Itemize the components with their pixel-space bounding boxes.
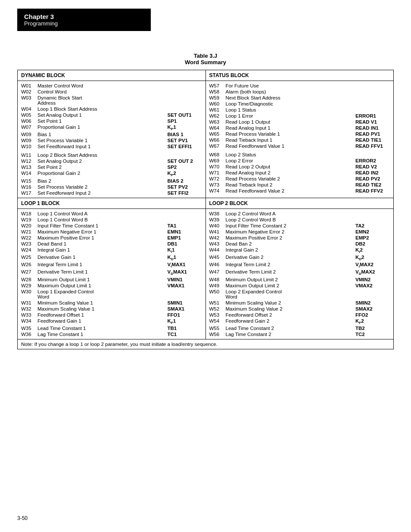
list-item: W52 Maximum Scaling Value 2 SMAX2 bbox=[209, 306, 390, 312]
list-item: W28 Minimum Output Limit 1 VMIN1 bbox=[21, 277, 202, 283]
chapter-subtitle: Programming bbox=[24, 20, 144, 27]
list-item: W71 Read Analog Input 2 READ IN2 bbox=[209, 170, 390, 176]
list-item: W58 Alarm (both loops) bbox=[209, 89, 390, 95]
list-item: W53 Feedforward Offset 2 FFO2 bbox=[209, 312, 390, 318]
list-item: W06 Set Point 1 SP1 bbox=[21, 118, 202, 124]
list-item: W07 Proportional Gain 1 KP1 bbox=[21, 124, 202, 131]
list-item: W40 Input Filter Time Constant 2 TA2 bbox=[209, 223, 390, 229]
list-item: W30 Loop 1 Expanded ControlWord bbox=[21, 289, 202, 300]
list-item: W19 Loop 1 Control Word B bbox=[21, 217, 202, 223]
list-item: W09 Set Process Variable 1 SET PV1 bbox=[21, 137, 202, 143]
list-item: W34 Feedforward Gain 1 KF1 bbox=[21, 318, 202, 325]
list-item: W03 Dynamic Block StartAddress bbox=[21, 95, 202, 106]
list-item: W55 Lead Time Constant 2 TB2 bbox=[209, 325, 390, 331]
list-item: W22 Maximum Positive Error 1 EMP1 bbox=[21, 235, 202, 241]
word-summary-table: DYNAMIC BLOCK STATUS BLOCK W01 Master Co… bbox=[17, 70, 394, 349]
list-item: W36 Lag Time Constant 1 TC1 bbox=[21, 331, 202, 337]
list-item: W60 Loop Time/Diagnostic bbox=[209, 101, 390, 107]
list-item: W66 Read Tieback Input 1 READ TIE1 bbox=[209, 137, 390, 143]
table-title-line1: Table 3.J bbox=[17, 53, 394, 59]
list-item: W01 Master Control Word bbox=[21, 83, 202, 89]
list-item: W68 Loop 2 Status bbox=[209, 152, 390, 158]
list-item: W24 Integral Gain 1 KI1 bbox=[21, 247, 202, 254]
page-number: 3-50 bbox=[17, 515, 28, 521]
list-item: W48 Minimum Output Limit 2 VMIN2 bbox=[209, 277, 390, 283]
list-item: W32 Maximum Scaling Value 1 SMAX1 bbox=[21, 306, 202, 312]
loop2-block-content: W38 Loop 2 Control Word A W39 Loop 2 Con… bbox=[206, 208, 394, 339]
list-item: W72 Read Process Variable 2 READ PV2 bbox=[209, 176, 390, 182]
list-item: W54 Feedforward Gain 2 KF2 bbox=[209, 318, 390, 325]
list-item: W17 Set Feedforward Input 2 SET FFI2 bbox=[21, 190, 202, 196]
list-item: W45 Derivative Gain 2 KD2 bbox=[209, 254, 390, 261]
list-item: W12 Set Analog Output 2 SET OUT 2 bbox=[21, 158, 202, 164]
list-item: W69 Loop 2 Error ERROR2 bbox=[209, 158, 390, 164]
list-item: W13 Set Point 2 SP2 bbox=[21, 164, 202, 170]
list-item: W35 Lead Time Constant 1 TB1 bbox=[21, 325, 202, 331]
list-item: W15 Bias 2 BIAS 2 bbox=[21, 178, 202, 184]
list-item: W41 Maximum Negative Error 2 EMN2 bbox=[209, 229, 390, 235]
list-item: W51 Minimum Scaling Value 2 SMIN2 bbox=[209, 300, 390, 306]
list-item: W21 Maximum Negative Error 1 EMN1 bbox=[21, 229, 202, 235]
list-item: W56 Lag Time Constant 2 TC2 bbox=[209, 331, 390, 337]
status-block-content: W57 For Future Use W58 Alarm (both loops… bbox=[206, 81, 394, 198]
loop1-block-content: W18 Loop 1 Control Word A W19 Loop 1 Con… bbox=[18, 208, 206, 339]
note-row: Note: If you change a loop 1 or loop 2 p… bbox=[18, 339, 394, 349]
list-item: W44 Integral Gain 2 KI2 bbox=[209, 247, 390, 254]
table-title: Table 3.J Word Summary bbox=[17, 53, 394, 65]
list-item: W46 Integral Term Limit 2 VIMAX2 bbox=[209, 261, 390, 269]
list-item: W64 Read Analog Input 1 READ IN1 bbox=[209, 125, 390, 131]
chapter-number: Chapter 3 bbox=[24, 13, 144, 20]
list-item: W05 Set Analog Output 1 SET OUT1 bbox=[21, 112, 202, 118]
list-item: W47 Derivative Term Limit 2 VDMAX2 bbox=[209, 269, 390, 276]
list-item: W33 Feedforward Offset 1 FFO1 bbox=[21, 312, 202, 318]
list-item: W57 For Future Use bbox=[209, 83, 390, 89]
dynamic-block-header: DYNAMIC BLOCK bbox=[18, 70, 206, 81]
list-item: W65 Read Process Variable 1 READ PV1 bbox=[209, 131, 390, 137]
list-item: W02 Control Word bbox=[21, 89, 202, 95]
note-text: Note: If you change a loop 1 or loop 2 p… bbox=[18, 339, 394, 349]
list-item: W38 Loop 2 Control Word A bbox=[209, 211, 390, 217]
list-item: W16 Set Process Variable 2 SET PV2 bbox=[21, 184, 202, 190]
list-item: W62 Loop 1 Error ERROR1 bbox=[209, 113, 390, 119]
list-item: W31 Minimum Scaling Value 1 SMIN1 bbox=[21, 300, 202, 306]
table-title-line2: Word Summary bbox=[17, 59, 394, 65]
list-item: W74 Read Feedforward Value 2 READ FFV2 bbox=[209, 188, 390, 194]
list-item: W04 Loop 1 Block Start Address bbox=[21, 106, 202, 112]
list-item: W70 Read Loop 2 Output READ V2 bbox=[209, 164, 390, 170]
list-item: W61 Loop 1 Status bbox=[209, 107, 390, 113]
list-item: W39 Loop 2 Control Word B bbox=[209, 217, 390, 223]
page: Chapter 3 Programming Table 3.J Word Sum… bbox=[0, 0, 411, 532]
list-item: W42 Maximum Positive Error 2 EMP2 bbox=[209, 235, 390, 241]
chapter-header: Chapter 3 Programming bbox=[17, 9, 151, 31]
list-item: W59 Next Block Start Address bbox=[209, 95, 390, 101]
list-item: W27 Derivative Term Limit 1 VDMAX1 bbox=[21, 269, 202, 276]
loop1-block-header: LOOP 1 BLOCK bbox=[18, 198, 206, 208]
list-item: W23 Dead Band 1 DB1 bbox=[21, 241, 202, 247]
list-item: W50 Loop 2 Expanded ControlWord bbox=[209, 289, 390, 300]
list-item: W73 Read Tieback Input 2 READ TIE2 bbox=[209, 182, 390, 188]
list-item: W09 Bias 1 BIAS 1 bbox=[21, 131, 202, 137]
list-item: W10 Set Feedforward Input 1 SET EFFI1 bbox=[21, 143, 202, 149]
list-item: W43 Dead Ban 2 DB2 bbox=[209, 241, 390, 247]
list-item: W26 Integral Term Limit 1 VIMAX1 bbox=[21, 261, 202, 269]
list-item: W18 Loop 1 Control Word A bbox=[21, 211, 202, 217]
list-item: W29 Maximum Output Limit 1 VMAX1 bbox=[21, 283, 202, 289]
list-item: W20 Input Filter Time Constant 1 TA1 bbox=[21, 223, 202, 229]
list-item: W25 Derivative Gain 1 KD1 bbox=[21, 254, 202, 261]
list-item: W11 Loop 2 Block Start Address bbox=[21, 152, 202, 158]
loop2-block-header: LOOP 2 BLOCK bbox=[206, 198, 394, 208]
status-block-header: STATUS BLOCK bbox=[206, 70, 394, 81]
list-item: W63 Read Loop 1 Output READ V1 bbox=[209, 119, 390, 125]
list-item: W49 Maximum Output Limit 2 VMAX2 bbox=[209, 283, 390, 289]
dynamic-block-content: W01 Master Control Word W02 Control Word… bbox=[18, 81, 206, 198]
list-item: W67 Read Feedforward Value 1 READ FFV1 bbox=[209, 143, 390, 149]
list-item: W14 Proportional Gain 2 KP2 bbox=[21, 170, 202, 177]
